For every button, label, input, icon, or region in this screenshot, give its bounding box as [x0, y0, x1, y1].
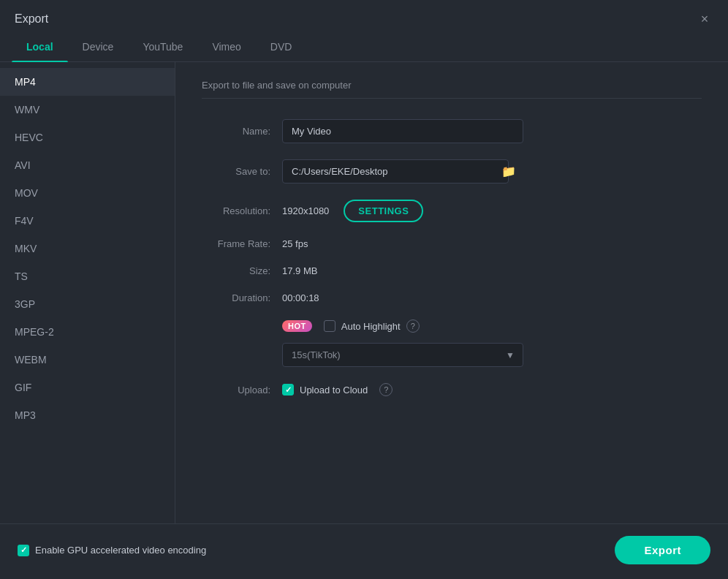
panel-title: Export to file and save on computer [202, 80, 702, 99]
frame-rate-row: Frame Rate: 25 fps [202, 238, 702, 249]
sidebar-item-mkv[interactable]: MKV [0, 235, 175, 262]
save-to-wrapper: 📁 [282, 159, 523, 183]
name-input[interactable] [282, 119, 523, 143]
hot-badge: HOT [282, 320, 312, 332]
duration-label: Duration: [202, 292, 282, 303]
dialog-title: Export [15, 12, 48, 26]
auto-highlight-checkbox[interactable] [324, 320, 335, 332]
folder-icon[interactable]: 📁 [501, 164, 516, 178]
tab-local[interactable]: Local [12, 35, 68, 61]
upload-checkbox-row: Upload to Cloud ? [282, 383, 393, 396]
highlight-dropdown-wrapper: 15s(TikTok) 30s(Instagram) 60s(YouTube) … [282, 343, 702, 367]
size-label: Size: [202, 265, 282, 276]
upload-to-cloud-checkbox[interactable] [282, 384, 294, 396]
auto-highlight-row: HOT Auto Highlight ? [202, 319, 702, 333]
export-button[interactable]: Export [615, 536, 710, 564]
close-button[interactable]: × [696, 10, 713, 28]
frame-rate-label: Frame Rate: [202, 238, 282, 249]
size-value: 17.9 MB [282, 265, 317, 276]
highlight-dropdown-container: 15s(TikTok) 30s(Instagram) 60s(YouTube) … [282, 343, 523, 367]
upload-help-icon[interactable]: ? [379, 383, 393, 396]
size-row: Size: 17.9 MB [202, 265, 702, 276]
duration-value: 00:00:18 [282, 292, 319, 303]
sidebar-item-mpeg2[interactable]: MPEG-2 [0, 318, 175, 346]
sidebar-item-hevc[interactable]: HEVC [0, 124, 175, 151]
sidebar-item-ts[interactable]: TS [0, 262, 175, 290]
sidebar-item-mp3[interactable]: MP3 [0, 401, 175, 429]
save-to-label: Save to: [202, 166, 282, 177]
tab-vimeo[interactable]: Vimeo [197, 35, 255, 61]
upload-label: Upload: [202, 385, 282, 396]
resolution-label: Resolution: [202, 205, 282, 216]
auto-highlight-label: Auto Highlight [341, 321, 401, 332]
tab-dvd[interactable]: DVD [256, 35, 307, 61]
name-row: Name: [202, 119, 702, 143]
title-bar: Export × [0, 0, 728, 35]
name-label: Name: [202, 126, 282, 137]
resolution-value: 1920x1080 [282, 205, 329, 216]
settings-button[interactable]: SETTINGS [344, 200, 423, 222]
sidebar-item-mp4[interactable]: MP4 [0, 68, 175, 96]
main-content: MP4 WMV HEVC AVI MOV F4V MKV TS 3GP MPEG… [0, 62, 728, 523]
resolution-row: Resolution: 1920x1080 SETTINGS [202, 200, 702, 222]
sidebar: MP4 WMV HEVC AVI MOV F4V MKV TS 3GP MPEG… [0, 62, 175, 523]
gpu-row: Enable GPU accelerated video encoding [18, 545, 206, 556]
sidebar-item-3gp[interactable]: 3GP [0, 290, 175, 318]
upload-to-cloud-label: Upload to Cloud [300, 385, 368, 396]
save-to-row: Save to: 📁 [202, 159, 702, 183]
sidebar-item-wmv[interactable]: WMV [0, 96, 175, 124]
tab-bar: Local Device YouTube Vimeo DVD [0, 35, 728, 62]
gpu-checkbox[interactable] [18, 545, 29, 556]
gpu-label: Enable GPU accelerated video encoding [35, 545, 206, 556]
sidebar-item-mov[interactable]: MOV [0, 179, 175, 207]
tab-device[interactable]: Device [68, 35, 129, 61]
tab-youtube[interactable]: YouTube [128, 35, 197, 61]
sidebar-item-f4v[interactable]: F4V [0, 207, 175, 235]
resolution-content: 1920x1080 SETTINGS [282, 200, 423, 222]
frame-rate-value: 25 fps [282, 238, 308, 249]
duration-row: Duration: 00:00:18 [202, 292, 702, 303]
sidebar-item-gif[interactable]: GIF [0, 374, 175, 401]
sidebar-item-webm[interactable]: WEBM [0, 346, 175, 374]
highlight-dropdown[interactable]: 15s(TikTok) 30s(Instagram) 60s(YouTube) [282, 343, 523, 367]
sidebar-item-avi[interactable]: AVI [0, 151, 175, 179]
auto-highlight-checkbox-label[interactable]: Auto Highlight [324, 320, 401, 332]
right-panel: Export to file and save on computer Name… [175, 62, 728, 523]
upload-row: Upload: Upload to Cloud ? [202, 383, 702, 396]
save-to-input[interactable] [282, 159, 509, 183]
auto-highlight-help-icon[interactable]: ? [406, 319, 420, 333]
bottom-bar: Enable GPU accelerated video encoding Ex… [0, 523, 728, 579]
export-dialog: Export × Local Device YouTube Vimeo DVD … [0, 0, 728, 579]
